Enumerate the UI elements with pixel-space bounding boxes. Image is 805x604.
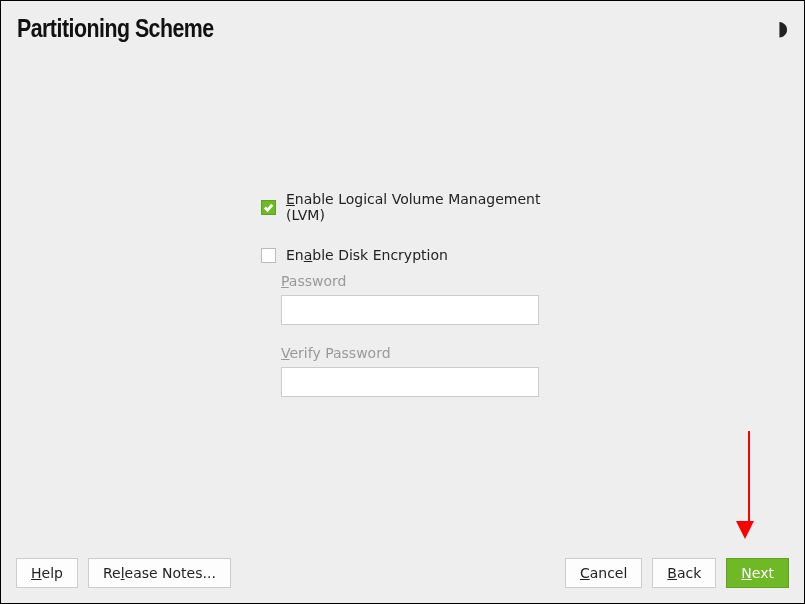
back-button[interactable]: Back (652, 558, 716, 588)
page-title: Partitioning Scheme (17, 13, 214, 43)
password-input[interactable] (281, 295, 539, 325)
partitioning-options: Enable Logical Volume Management (LVM) E… (261, 191, 561, 411)
verify-password-label: Verify Password (281, 345, 561, 361)
lvm-checkbox[interactable] (261, 200, 276, 215)
verify-password-input[interactable] (281, 367, 539, 397)
lvm-label[interactable]: Enable Logical Volume Management (LVM) (286, 191, 561, 223)
annotation-arrow (744, 431, 754, 539)
release-notes-button[interactable]: Release Notes... (88, 558, 231, 588)
disk-encryption-label[interactable]: Enable Disk Encryption (286, 247, 448, 263)
theme-toggle-icon[interactable]: ◗ (777, 16, 788, 40)
help-button[interactable]: Help (16, 558, 78, 588)
password-label: Password (281, 273, 561, 289)
next-button[interactable]: Next (726, 558, 789, 588)
disk-encryption-checkbox[interactable] (261, 248, 276, 263)
cancel-button[interactable]: Cancel (565, 558, 642, 588)
